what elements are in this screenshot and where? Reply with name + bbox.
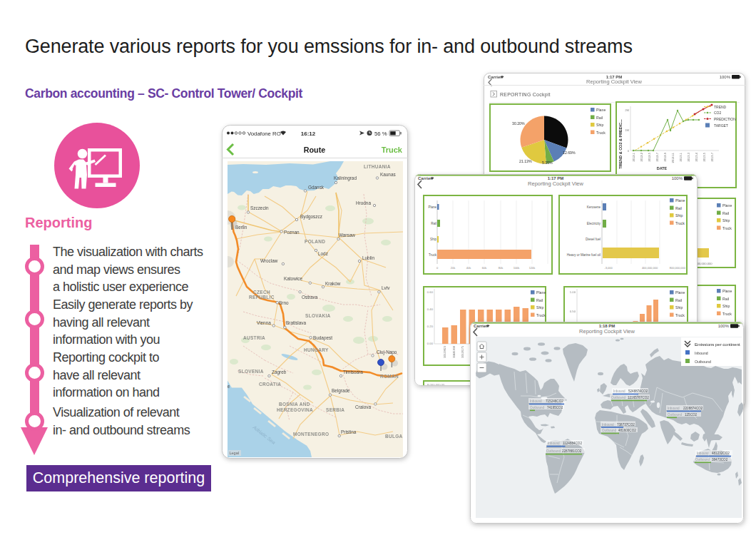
svg-text:2012-9: 2012-9 [663,152,667,161]
svg-text:Truck: Truck [382,146,403,154]
svg-text:2012-2: 2012-2 [640,152,643,161]
svg-text:Rail: Rail [722,211,729,215]
svg-text:Plane: Plane [675,198,685,203]
svg-text:-3,000: -3,000 [604,266,613,270]
svg-text:Truck: Truck [722,226,732,230]
svg-text:HUNGARY: HUNGARY [304,347,329,352]
svg-text:800,000,000: 800,000,000 [670,266,686,270]
svg-text:Outbound: Outbound [695,458,710,462]
svg-text:38473CO2: 38473CO2 [712,458,728,462]
svg-text:2012-7: 2012-7 [655,152,659,161]
svg-text:HERZEGOVINA: HERZEGOVINA [277,407,313,412]
svg-text:0.60: 0.60 [427,290,434,294]
svg-text:Timisoara: Timisoara [343,370,363,374]
svg-text:Rail: Rail [675,206,682,210]
svg-text:Ostrava: Ostrava [302,295,318,300]
svg-text:Route: Route [304,146,326,154]
svg-text:1124884CO2: 1124884CO2 [563,442,582,445]
svg-text:Carrier: Carrier [488,75,502,79]
svg-text:Truck: Truck [675,221,685,225]
svg-text:Outbound: Outbound [530,406,545,409]
svg-text:Rail: Rail [722,297,729,301]
svg-text:TREND & CO2 & PREDIC...: TREND & CO2 & PREDIC... [618,119,623,169]
svg-text:Inbound: Inbound [602,423,614,427]
svg-text:Poznan: Poznan [284,230,300,235]
svg-text:Outbound: Outbound [546,449,561,453]
svg-text:1M: 1M [625,128,629,132]
svg-text:715246CO2: 715246CO2 [546,399,563,403]
svg-text:Vienna: Vienna [257,320,271,325]
svg-text:TARGET: TARGET [714,123,728,128]
svg-text:20k: 20k [451,266,455,270]
svg-text:Budapest: Budapest [313,335,332,341]
svg-text:Electricity: Electricity [587,222,601,225]
svg-text:TREND: TREND [714,105,727,109]
svg-text:DATE: DATE [657,166,668,170]
svg-text:BOSNIA AND: BOSNIA AND [279,402,310,407]
svg-text:16:12: 16:12 [301,131,316,137]
svg-text:Ship: Ship [675,213,683,218]
svg-text:Ship: Ship [722,304,730,308]
svg-text:Rail: Rail [596,116,603,120]
svg-text:Vodafone RO: Vodafone RO [247,131,281,137]
svg-text:100k: 100k [514,266,520,270]
svg-text:Reporting Cockpit View: Reporting Cockpit View [528,180,583,187]
svg-text:Inbound: Inbound [695,351,708,355]
svg-text:Kaliningrad: Kaliningrad [334,175,357,181]
svg-text:Plane: Plane [596,108,606,112]
svg-text:Hrodna: Hrodna [356,200,371,205]
svg-text:21.13%: 21.13% [519,159,532,163]
svg-text:LITHUANIA: LITHUANIA [364,164,391,169]
svg-text:1.00: 1.00 [570,290,576,294]
svg-text:12.69%: 12.69% [563,151,576,155]
svg-text:Ship: Ship [675,305,683,310]
svg-text:Outbound: Outbound [695,360,711,364]
svg-text:0.50: 0.50 [570,310,576,313]
svg-text:0.20: 0.20 [427,325,434,328]
svg-text:120k: 120k [529,266,536,270]
svg-text:12165787CO2: 12165787CO2 [628,396,649,399]
svg-text:2013-4: 2013-4 [695,152,698,161]
svg-text:Szczecin: Szczecin [250,205,269,210]
svg-text:Carrier: Carrier [474,324,488,328]
svg-text:Plane: Plane [722,203,732,208]
svg-text:2013-7: 2013-7 [710,152,714,161]
svg-text:SERBIA: SERBIA [326,407,344,412]
svg-text:POLAND: POLAND [305,239,325,244]
svg-text:Kaunas: Kaunas [380,172,396,177]
svg-text:AUSTRIA: AUSTRIA [243,335,265,340]
svg-text:Kerosene: Kerosene [587,205,601,209]
svg-text:Lviv: Lviv [382,285,390,290]
svg-text:Plane: Plane [536,290,546,295]
svg-text:2208874CO2: 2208874CO2 [683,407,703,410]
svg-text:Katowice: Katowice [284,276,302,281]
svg-text:Rail: Rail [431,222,436,225]
svg-text:Craiova: Craiova [355,404,371,409]
svg-text:Inbound: Inbound [530,399,542,403]
svg-text:Pristina: Pristina [341,429,357,434]
svg-text:Emissions per continent: Emissions per continent [695,342,740,347]
svg-text:2013-3: 2013-3 [687,152,690,161]
svg-text:SLOVAKIA: SLOVAKIA [305,313,331,318]
svg-text:30441938: 30441938 [453,346,456,358]
svg-text:Truck: Truck [429,253,437,257]
svg-text:Outbound: Outbound [611,396,626,399]
svg-text:REPORTING Cockpit: REPORTING Cockpit [500,92,551,98]
svg-text:PREDICTION: PREDICTION [714,117,736,121]
svg-text:481232CO2: 481232CO2 [712,452,730,455]
svg-text:Truck: Truck [596,131,606,135]
svg-text:Wroclaw: Wroclaw [260,258,278,263]
svg-text:400,000,000: 400,000,000 [642,266,658,270]
svg-text:2012-5: 2012-5 [648,152,651,161]
svg-text:BULGA: BULGA [385,434,403,439]
svg-text:Ship: Ship [722,218,730,223]
svg-text:56 %: 56 % [374,131,387,137]
svg-text:Outbound: Outbound [668,413,683,417]
svg-text:Plane: Plane [675,290,685,295]
svg-text:Cluj-Napo: Cluj-Napo [377,350,397,355]
svg-text:Carrier: Carrier [418,176,432,180]
svg-text:Reporting Cockpit View: Reporting Cockpit View [579,328,635,335]
svg-text:80k: 80k [499,266,503,270]
svg-text:Diesel fuel: Diesel fuel [586,238,601,241]
svg-text:2013-5: 2013-5 [703,152,706,161]
